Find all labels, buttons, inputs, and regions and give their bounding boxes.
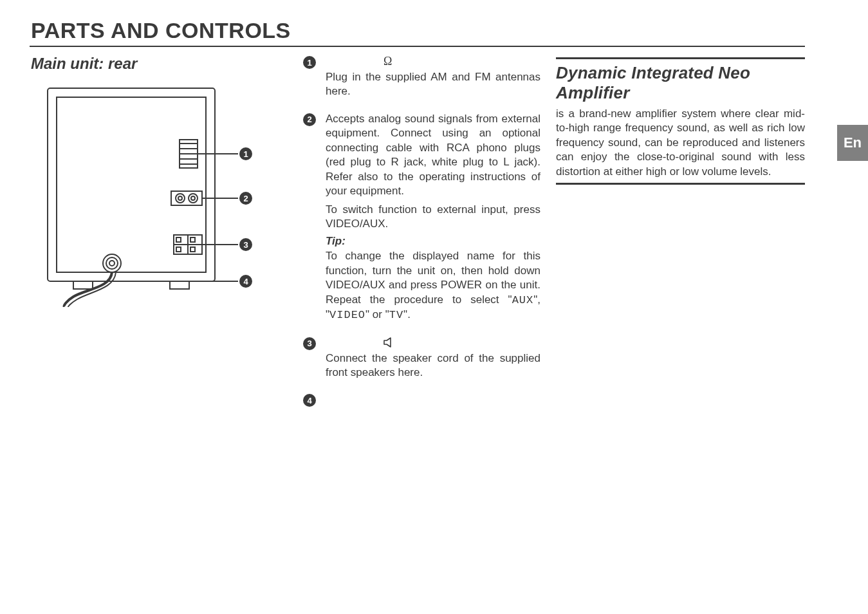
- svg-rect-2: [73, 281, 93, 289]
- item-2: 2 Accepts analog sound signals from exte…: [302, 112, 540, 327]
- item-1-body: Ω Plug in the supplied AM and FM antenna…: [326, 55, 540, 103]
- svg-rect-3: [170, 281, 189, 289]
- item-3: 3 Connect the speaker cord of the suppli…: [302, 336, 540, 384]
- svg-rect-19: [190, 237, 195, 242]
- right-bottom-rule: [556, 183, 805, 185]
- speaker-icon: [383, 337, 396, 348]
- item-2-p2: To switch function to external input, pr…: [326, 203, 540, 232]
- item-1-head: Ω: [326, 55, 540, 68]
- language-tab: En: [837, 125, 868, 161]
- svg-point-12: [178, 196, 182, 200]
- tip-opt-aux: AUX: [512, 294, 534, 306]
- item-2-tip: To change the displayed name for this fu…: [326, 249, 540, 322]
- item-2-badge: 2: [302, 112, 317, 327]
- title-rule: [30, 46, 805, 47]
- diagram-callout-1: 1: [239, 147, 252, 160]
- item-2-body: Accepts analog sound signals from extern…: [326, 112, 540, 327]
- svg-point-23: [106, 257, 118, 269]
- svg-rect-20: [176, 247, 181, 252]
- svg-rect-21: [190, 247, 195, 252]
- tip-opt-tv: TV: [389, 309, 403, 321]
- rear-diagram: 1 2 3 4: [41, 82, 260, 307]
- right-column: Dynamic Integrated Neo Amplifier is a br…: [556, 55, 805, 416]
- right-heading: Dynamic Integrated Neo Amplifier: [556, 63, 805, 103]
- diagram-callout-4: 4: [239, 275, 252, 288]
- tip-sep2: " or ": [365, 308, 389, 321]
- item-3-body: Connect the speaker cord of the supplied…: [326, 336, 540, 384]
- tip-label: Tip:: [326, 235, 540, 248]
- tip-opt-video: VIDEO: [329, 309, 365, 321]
- svg-point-11: [176, 194, 185, 203]
- diagram-callout-3: 3: [239, 238, 252, 251]
- left-column: Main unit: rear: [30, 55, 287, 416]
- left-heading: Main unit: rear: [31, 55, 287, 73]
- num-badge: 1: [303, 56, 316, 69]
- num-badge: 4: [303, 394, 316, 407]
- item-3-badge: 3: [302, 336, 317, 384]
- item-3-head: [326, 336, 540, 349]
- item-4: 4: [302, 393, 540, 407]
- svg-point-14: [191, 196, 195, 200]
- item-1-badge: 1: [302, 55, 317, 103]
- num-badge: 2: [303, 113, 316, 126]
- item-1: 1 Ω Plug in the supplied AM and FM anten…: [302, 55, 540, 103]
- item-1-p1: Plug in the supplied AM and FM antennas …: [326, 70, 540, 99]
- right-top-rule: [556, 57, 805, 59]
- diagram-callout-2: 2: [239, 192, 252, 205]
- rear-diagram-svg: [41, 82, 260, 307]
- svg-point-13: [189, 194, 198, 203]
- svg-rect-1: [57, 97, 206, 272]
- page: PARTS AND CONTROLS Main unit: rear: [0, 0, 868, 614]
- item-2-p1: Accepts analog sound signals from extern…: [326, 112, 540, 199]
- middle-column: 1 Ω Plug in the supplied AM and FM anten…: [302, 55, 540, 416]
- ohm-symbol: Ω: [383, 55, 392, 68]
- item-4-badge: 4: [302, 393, 317, 407]
- item-4-body: [326, 393, 540, 407]
- svg-point-24: [109, 261, 115, 266]
- svg-rect-18: [176, 237, 181, 242]
- tip-pre: To change the displayed name for this fu…: [326, 250, 540, 305]
- num-badge: 3: [303, 337, 316, 350]
- tip-end: ".: [403, 308, 411, 321]
- right-body: is a brand-new amplifier system where cl…: [556, 107, 805, 179]
- item-3-p1: Connect the speaker cord of the supplied…: [326, 351, 540, 380]
- columns: Main unit: rear: [30, 55, 805, 416]
- page-title: PARTS AND CONTROLS: [31, 18, 805, 43]
